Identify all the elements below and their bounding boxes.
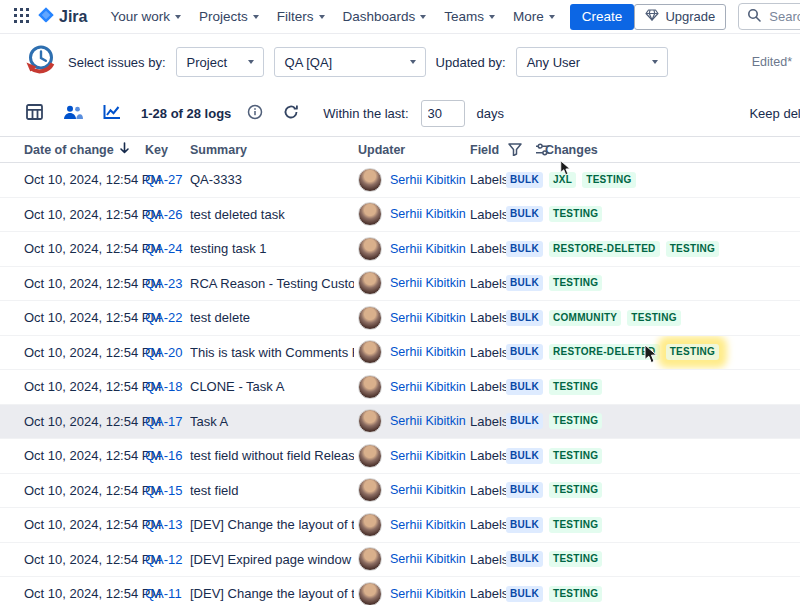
row-changes: BULKTESTING bbox=[506, 370, 796, 404]
table-row[interactable]: Oct 10, 2024, 12:54 PM QA-23 RCA Reason … bbox=[0, 267, 800, 302]
nav-teams[interactable]: Teams bbox=[435, 0, 504, 34]
row-changes: BULKTESTING bbox=[506, 543, 796, 577]
table-row[interactable]: Oct 10, 2024, 12:54 PM QA-20 This is tas… bbox=[0, 336, 800, 371]
row-summary: CLONE - Task A bbox=[190, 370, 354, 404]
change-badge-testing: TESTING bbox=[549, 379, 602, 395]
issue-key-link[interactable]: QA-15 bbox=[145, 483, 183, 498]
search-input[interactable] bbox=[767, 8, 800, 25]
header-date-of-change[interactable]: Date of change bbox=[24, 137, 130, 162]
issue-key-link[interactable]: QA-20 bbox=[145, 345, 183, 360]
nav-your-work[interactable]: Your work bbox=[101, 0, 190, 34]
refresh-icon bbox=[283, 104, 299, 123]
table-row[interactable]: Oct 10, 2024, 12:54 PM QA-27 QA-3333 Ser… bbox=[0, 163, 800, 198]
issue-key-link[interactable]: QA-16 bbox=[145, 448, 183, 463]
issue-key-link[interactable]: QA-13 bbox=[145, 517, 183, 532]
updater-link[interactable]: Serhii Kibitkin bbox=[390, 207, 466, 221]
select-issues-by-label: Select issues by: bbox=[68, 55, 166, 70]
change-badge-bulk: BULK bbox=[506, 310, 543, 326]
chevron-down-icon bbox=[248, 60, 254, 64]
issue-key-link[interactable]: QA-24 bbox=[145, 241, 183, 256]
updater-link[interactable]: Serhii Kibitkin bbox=[390, 311, 466, 325]
nav-teams-label: Teams bbox=[444, 9, 484, 24]
table-row[interactable]: Oct 10, 2024, 12:54 PM QA-17 Task A Serh… bbox=[0, 405, 800, 440]
chevron-down-icon bbox=[319, 15, 325, 19]
users-view-button[interactable] bbox=[59, 100, 87, 127]
updater-link[interactable]: Serhii Kibitkin bbox=[390, 173, 466, 187]
avatar bbox=[358, 444, 382, 468]
updater-link[interactable]: Serhii Kibitkin bbox=[390, 345, 466, 359]
updater-link[interactable]: Serhii Kibitkin bbox=[390, 483, 466, 497]
row-summary: test deleted task bbox=[190, 198, 354, 232]
row-changes: BULKTESTING bbox=[506, 474, 796, 508]
app-switcher-button[interactable] bbox=[10, 4, 33, 30]
updater-link[interactable]: Serhii Kibitkin bbox=[390, 276, 466, 290]
table-row[interactable]: Oct 10, 2024, 12:54 PM QA-16 test field … bbox=[0, 439, 800, 474]
header-changes: Changes bbox=[545, 137, 598, 162]
updater-link[interactable]: Serhii Kibitkin bbox=[390, 449, 466, 463]
table-row[interactable]: Oct 10, 2024, 12:54 PM QA-13 [DEV] Chang… bbox=[0, 508, 800, 543]
issue-key-link[interactable]: QA-23 bbox=[145, 276, 183, 291]
updater-link[interactable]: Serhii Kibitkin bbox=[390, 552, 466, 566]
table-row[interactable]: Oct 10, 2024, 12:54 PM QA-15 test field … bbox=[0, 474, 800, 509]
avatar bbox=[358, 582, 382, 605]
change-badge-bulk: BULK bbox=[506, 482, 543, 498]
info-button[interactable] bbox=[243, 100, 267, 127]
table-view-icon bbox=[26, 104, 43, 123]
project-select[interactable]: QA [QA] bbox=[274, 47, 426, 77]
change-badge-testing: TESTING bbox=[666, 241, 719, 257]
create-button[interactable]: Create bbox=[570, 4, 635, 30]
change-badge-testing: TESTING bbox=[666, 344, 719, 360]
row-summary: Task A bbox=[190, 405, 354, 439]
nav-projects[interactable]: Projects bbox=[190, 0, 268, 34]
nav-more[interactable]: More bbox=[504, 0, 564, 34]
filter-funnel-icon[interactable] bbox=[504, 139, 526, 160]
search-box[interactable] bbox=[738, 3, 800, 30]
updater-link[interactable]: Serhii Kibitkin bbox=[390, 380, 466, 394]
days-input[interactable] bbox=[421, 100, 465, 127]
row-updater: Serhii Kibitkin bbox=[358, 508, 470, 542]
jira-logo[interactable]: Jira bbox=[37, 6, 87, 28]
table-row[interactable]: Oct 10, 2024, 12:54 PM QA-24 testing tas… bbox=[0, 232, 800, 267]
avatar bbox=[358, 237, 382, 261]
row-changes: BULKTESTING bbox=[506, 508, 796, 542]
row-field: Labels bbox=[470, 577, 506, 605]
table-row[interactable]: Oct 10, 2024, 12:54 PM QA-26 test delete… bbox=[0, 198, 800, 233]
issue-mode-select[interactable]: Project bbox=[176, 47, 264, 77]
updater-link[interactable]: Serhii Kibitkin bbox=[390, 414, 466, 428]
issue-key-link[interactable]: QA-26 bbox=[145, 207, 183, 222]
row-changes: BULKTESTING bbox=[506, 577, 796, 605]
updater-link[interactable]: Serhii Kibitkin bbox=[390, 242, 466, 256]
table-row[interactable]: Oct 10, 2024, 12:54 PM QA-11 [DEV] Chang… bbox=[0, 577, 800, 605]
filter-bar: Select issues by: Project QA [QA] Update… bbox=[0, 34, 800, 90]
issue-key-link[interactable]: QA-18 bbox=[145, 379, 183, 394]
upgrade-button[interactable]: Upgrade bbox=[634, 4, 726, 30]
refresh-button[interactable] bbox=[279, 100, 303, 127]
issue-key-link[interactable]: QA-12 bbox=[145, 552, 183, 567]
issue-key-link[interactable]: QA-11 bbox=[145, 586, 182, 601]
updater-link[interactable]: Serhii Kibitkin bbox=[390, 587, 466, 601]
table-view-button[interactable] bbox=[22, 100, 47, 127]
table-row[interactable]: Oct 10, 2024, 12:54 PM QA-22 test delete… bbox=[0, 301, 800, 336]
table-row[interactable]: Oct 10, 2024, 12:54 PM QA-18 CLONE - Tas… bbox=[0, 370, 800, 405]
row-key: QA-24 bbox=[145, 232, 189, 266]
chart-view-button[interactable] bbox=[99, 100, 125, 127]
chart-icon bbox=[103, 104, 121, 123]
users-icon bbox=[63, 104, 83, 123]
change-badge-testing: TESTING bbox=[549, 517, 602, 533]
nav-dashboards[interactable]: Dashboards bbox=[334, 0, 436, 34]
row-summary: [DEV] Change the layout of the ... bbox=[190, 508, 354, 542]
issue-key-link[interactable]: QA-17 bbox=[145, 414, 183, 429]
nav-filters[interactable]: Filters bbox=[268, 0, 334, 34]
updated-by-select[interactable]: Any User bbox=[516, 47, 668, 77]
row-updater: Serhii Kibitkin bbox=[358, 439, 470, 473]
table-row[interactable]: Oct 10, 2024, 12:54 PM QA-12 [DEV] Expir… bbox=[0, 543, 800, 578]
row-summary: RCA Reason - Testing Custom fi... bbox=[190, 267, 354, 301]
row-summary: test delete bbox=[190, 301, 354, 335]
keep-deleted-label[interactable]: Keep dele bbox=[749, 106, 800, 121]
change-badge-testing: TESTING bbox=[549, 413, 602, 429]
change-badge-bulk: BULK bbox=[506, 344, 543, 360]
issue-key-link[interactable]: QA-22 bbox=[145, 310, 183, 325]
issue-key-link[interactable]: QA-27 bbox=[145, 172, 183, 187]
updater-link[interactable]: Serhii Kibitkin bbox=[390, 518, 466, 532]
row-field: Labels bbox=[470, 301, 506, 335]
